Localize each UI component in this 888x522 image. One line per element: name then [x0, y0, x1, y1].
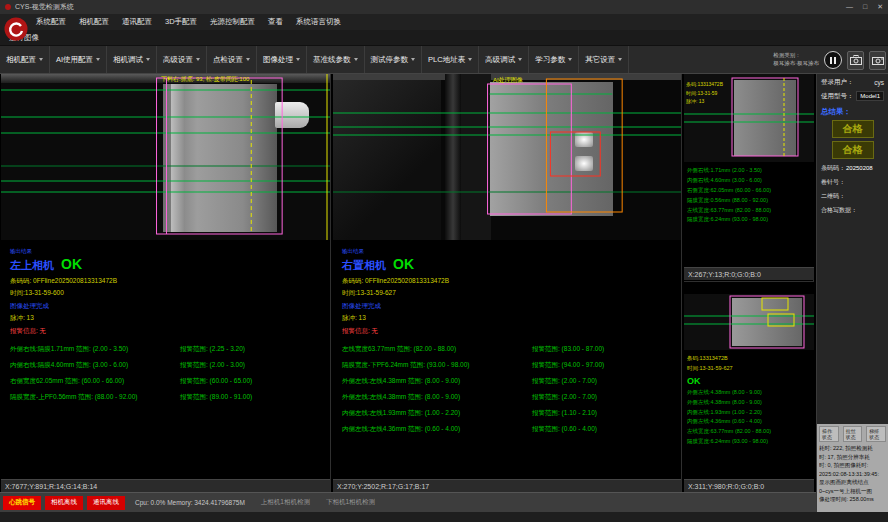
camera-left-result: 输出结果 左上相机 OK 条码码: 0FFline202502081331347… — [1, 240, 330, 402]
overlay-graphics — [1, 74, 330, 240]
measurement-row: 左线宽度63.77mm 范围: (82.00 - 88.00) 报警范围: (8… — [342, 345, 681, 354]
chevron-down-icon — [618, 58, 622, 61]
result-caption: 输出结果 — [342, 248, 681, 255]
measurement-row: 右侧宽度62.05mm 范围: (60.00 - 66.00) 报警范围: (6… — [10, 377, 330, 386]
measurement-value: 外侧左线:左线4.38mm 范围: (8.00 - 9.00) — [342, 377, 532, 386]
info-line: 时: 0, 拍照图像耗时: — [819, 461, 886, 470]
status-tab[interactable]: 操作状态 — [819, 426, 839, 442]
camera-right-image[interactable]: AI处理图像 — [333, 74, 681, 240]
toolbar-button-label: 基准线参数 — [313, 55, 351, 65]
pulse-text: 脉冲: 13 — [342, 314, 681, 323]
measurement-line: 内侧左线:4.36mm (0.60 - 4.00) — [687, 417, 811, 427]
toolbar-button-label: 高级调试 — [485, 55, 515, 65]
toolbar-button[interactable]: 测试停参数 — [365, 46, 423, 73]
side-panel-status-box: 操作状态拉丝状态梯排状态 耗时: 222, 拍照检测耗时: 17, 拍照分辨率耗… — [817, 424, 888, 512]
toolbar-button[interactable]: 相机调试 — [107, 46, 157, 73]
measurement-row: 外侧左线:左线4.38mm 范围: (8.00 - 9.00) 报警范围: (2… — [342, 393, 681, 402]
overlay-note: AI处理图像 — [493, 76, 523, 85]
pass-status-box: 合格 — [832, 141, 874, 159]
toolbar-button[interactable]: 图像处理 — [257, 46, 307, 73]
chevron-down-icon — [39, 58, 43, 61]
result-ok-badge: OK — [61, 256, 82, 272]
process-done-text: 图像处理完成 — [342, 302, 681, 311]
alarm-range: 报警范围: (89.00 - 91.00) — [180, 393, 252, 402]
field-label: 二维码： — [821, 193, 845, 199]
info-line: 像处理时间: 258.00ms — [819, 495, 886, 504]
status-tab[interactable]: 拉丝状态 — [843, 426, 863, 442]
menu-item[interactable]: 系统配置 — [36, 17, 66, 27]
small-view-2-image[interactable] — [684, 294, 814, 350]
overlay-graphics — [333, 74, 681, 240]
chevron-down-icon — [196, 58, 200, 61]
chevron-down-icon — [146, 58, 150, 61]
upper-camera-test-label: 上相机1相机检测 — [261, 498, 310, 507]
camera-right-panel: AI处理图像 输出结果 右置相机 OK 条码码: 0FFline20250208… — [333, 74, 682, 492]
overlay-text: 条码:13313472B时间:13-31-59脉冲: 13 — [686, 80, 723, 106]
run-tab-row: 运行图像 — [0, 30, 888, 46]
toolbar-button[interactable]: 学习参数 — [529, 46, 579, 73]
toolbar-button[interactable]: PLC地址表 — [422, 46, 479, 73]
detect-category-label: 检测类别： — [773, 52, 819, 60]
app-icon — [5, 4, 11, 10]
result-boxes: 合格合格 — [817, 120, 888, 159]
measurement-value: 隔膜宽度-上PF0.56mm 范围: (88.00 - 92.00) — [10, 393, 180, 402]
toolbar-button[interactable]: 相机配置 — [0, 46, 50, 73]
camera-icon — [850, 55, 862, 65]
pulse-text: 脉冲: 13 — [10, 314, 330, 323]
toolbar-button-label: 高级设置 — [163, 55, 193, 65]
menu-item[interactable]: 通讯配置 — [122, 17, 152, 27]
small-view-1-image[interactable]: 条码:13313472B时间:13-31-59脉冲: 13 — [684, 74, 814, 162]
minimize-button[interactable]: — — [846, 3, 853, 11]
field-label: 卷针号： — [821, 179, 845, 185]
detect-category: 检测类别： 极耳涂布·极耳涂布 — [773, 52, 819, 67]
roi-rect — [157, 78, 283, 234]
toolbar-button[interactable]: 高级设置 — [157, 46, 207, 73]
toolbar-button-label: 测试停参数 — [371, 55, 409, 65]
measurement-line: 内侧右线:4.60mm (3.00 - 6.00) — [687, 176, 811, 186]
toolbar-right-controls: 检测类别： 极耳涂布·极耳涂布 — [773, 46, 886, 74]
measurement-line: 内侧左线:1.93mm (1.00 - 2.20) — [687, 408, 811, 418]
toolbar-button[interactable]: 高级调试 — [479, 46, 529, 73]
camera-left-image[interactable]: 下料右:抓底: 93, 松:皮带间距:100 — [1, 74, 330, 240]
chevron-down-icon — [354, 58, 358, 61]
barcode-text: 条码码: 0FFline2025020813313472B — [342, 277, 681, 286]
toolbar-button[interactable]: AI使用配置 — [50, 46, 107, 73]
toolbar-button-label: 其它设置 — [585, 55, 615, 65]
camera-b-button[interactable] — [869, 51, 886, 70]
measurement-value: 隔膜宽度-下PF6.24mm 范围: (93.00 - 98.00) — [342, 361, 532, 370]
lower-camera-test-label: 下相机1相机检测 — [326, 498, 375, 507]
menu-item[interactable]: 系统语言切换 — [296, 17, 341, 27]
brand-logo-icon — [3, 16, 29, 42]
menu-item[interactable]: 相机配置 — [79, 17, 109, 27]
menu-item[interactable]: 光源控制配置 — [210, 17, 255, 27]
maximize-button[interactable]: □ — [863, 3, 867, 11]
pause-button[interactable] — [824, 51, 842, 69]
title-bar: CYS-视觉检测系统 — □ ✕ — [0, 0, 888, 14]
menu-item[interactable]: 查看 — [268, 17, 283, 27]
measurement-line: 左线宽度:63.77mm (82.00 - 88.00) — [687, 206, 811, 216]
menu-bar: 系统配置相机配置通讯配置3D手配置光源控制配置查看系统语言切换 — [0, 14, 888, 30]
toolbar-button[interactable]: 其它设置 — [579, 46, 629, 73]
measurement-row: 隔膜宽度-上PF0.56mm 范围: (88.00 - 92.00) 报警范围:… — [10, 393, 330, 402]
measurement-list: 左线宽度63.77mm 范围: (82.00 - 88.00) 报警范围: (8… — [342, 345, 681, 434]
close-button[interactable]: ✕ — [877, 3, 883, 11]
alarm-range: 报警范围: (0.60 - 4.00) — [532, 425, 597, 434]
chevron-down-icon — [96, 58, 100, 61]
alarm-range: 报警范围: (60.00 - 65.00) — [180, 377, 252, 386]
measurement-line: 隔膜宽度:0.56mm (88.00 - 92.00) — [687, 196, 811, 206]
toolbar-buttons: 相机配置 AI使用配置 相机调试 高级设置 — [0, 46, 629, 73]
toolbar-button[interactable]: 点检设置 — [207, 46, 257, 73]
side-panel: 登录用户： cys 使用型号： Model1 总结果： 合格合格 条码码：202… — [816, 74, 888, 512]
alarm-text: 报警信息: 无 — [342, 327, 681, 336]
status-tab[interactable]: 梯排状态 — [866, 426, 886, 442]
alarm-range: 报警范围: (1.10 - 2.10) — [532, 409, 597, 418]
overlay-text-line: 脉冲: 13 — [686, 97, 723, 106]
toolbar-button[interactable]: 基准线参数 — [307, 46, 365, 73]
alarm-range: 报警范围: (2.00 - 3.00) — [180, 361, 245, 370]
heartbeat-button[interactable]: 心跳信号 — [3, 496, 41, 510]
camera-a-button[interactable] — [847, 51, 864, 70]
menu-item[interactable]: 3D手配置 — [165, 17, 197, 27]
camera-icon — [872, 55, 884, 65]
toolbar-button-label: 图像处理 — [263, 55, 293, 65]
info-line: 显示图画距离线结点 — [819, 478, 886, 487]
